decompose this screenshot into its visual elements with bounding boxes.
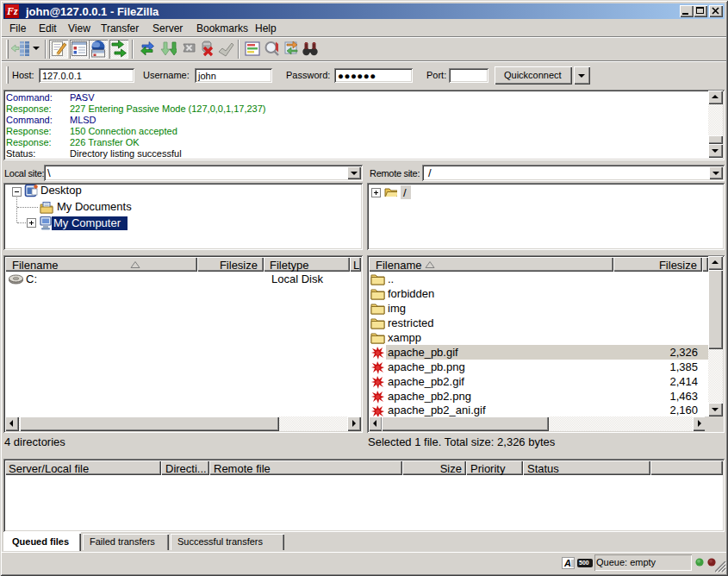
svg-text:Fz: Fz — [6, 5, 18, 17]
